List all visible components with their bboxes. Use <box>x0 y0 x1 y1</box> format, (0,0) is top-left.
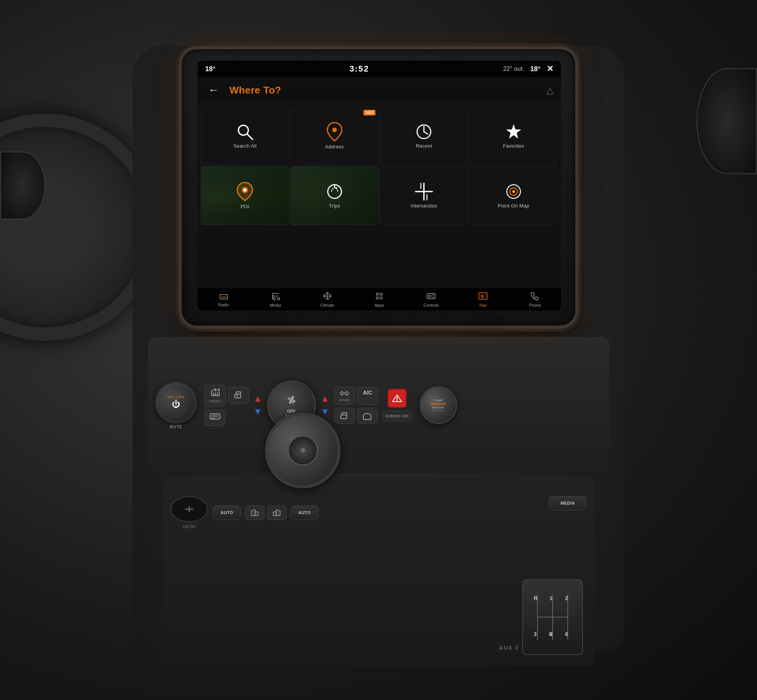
svg-rect-40 <box>210 414 220 419</box>
nav-tile-address[interactable]: 1633 Address <box>290 106 379 166</box>
app-item-controls[interactable]: Controls <box>405 291 457 309</box>
point-on-map-label: Point On Map <box>498 203 529 209</box>
media-icon <box>271 292 280 302</box>
temp-down-right-button[interactable]: ▼ <box>321 406 330 417</box>
close-button[interactable]: ✕ <box>546 64 553 74</box>
intersection-icon <box>415 183 433 201</box>
search-all-label: Search All <box>233 143 257 149</box>
lower-console: 12V DC AUTO <box>163 477 594 666</box>
auto-button-lower[interactable]: AUTO <box>213 505 241 520</box>
fan-off-label: OFF <box>287 409 296 413</box>
favorites-icon <box>504 123 523 141</box>
rear-button[interactable] <box>357 408 378 423</box>
seat-forward-button[interactable] <box>245 505 265 520</box>
nav-tile-search-all[interactable]: Search All <box>201 106 290 166</box>
app-item-radio[interactable]: sxm Radio <box>198 291 250 309</box>
svg-point-23 <box>376 293 379 295</box>
svg-text:5: 5 <box>549 631 552 637</box>
search-all-icon <box>236 123 254 141</box>
dc-port-section: 12V DC <box>170 496 208 529</box>
phone-icon <box>531 292 539 302</box>
defrost-icon <box>209 413 221 422</box>
app-item-apps[interactable]: Apps <box>353 291 405 309</box>
heat-row: FRONT <box>204 384 249 406</box>
seat-heat-button[interactable] <box>228 387 249 404</box>
ac-button[interactable]: A/C <box>357 387 378 405</box>
trips-icon <box>326 183 344 201</box>
volume-knob[interactable]: VOLUME ⏻ <box>155 381 197 423</box>
svg-point-17 <box>513 191 514 192</box>
temp-down-left-button[interactable]: ▼ <box>253 406 262 417</box>
power-icon: ⏻ <box>172 399 180 409</box>
aux-label: AUX 3 <box>499 645 518 651</box>
nav-tile-poi[interactable]: POI <box>201 166 290 225</box>
auto-lower2-label: AUTO <box>298 510 311 515</box>
infotainment-screen: 18° 3:52 22° out. 18° ✕ ← Where To? △ <box>198 61 561 311</box>
svg-text:sxm: sxm <box>221 296 226 298</box>
seat-heat-right-button[interactable] <box>334 408 355 423</box>
front-heat-button[interactable]: FRONT <box>204 384 226 406</box>
nav-tile-recent[interactable]: Recent <box>379 106 468 166</box>
tune-label: TUNE <box>433 398 443 402</box>
nav-tile-point-on-map[interactable]: Point On Map <box>469 166 558 225</box>
svg-text:3: 3 <box>534 631 537 637</box>
nav-content: ← Where To? △ Search All 1633 <box>198 77 561 311</box>
temp-left: 18° <box>205 65 215 73</box>
mode-button[interactable]: MODE <box>334 387 355 405</box>
screen-off-label: SCREEN OFF <box>385 414 409 418</box>
app-item-media[interactable]: Media <box>250 291 301 309</box>
temp-up-left-button[interactable]: ▲ <box>253 393 262 404</box>
seat-adjust-section <box>245 505 287 520</box>
media-button-lower[interactable]: MEDIA <box>549 496 587 510</box>
app-item-climate[interactable]: Climate <box>301 291 353 309</box>
temp-knob-icon: ❄ <box>300 446 306 455</box>
scroll-label: SCROLL <box>432 409 445 412</box>
svg-text:1: 1 <box>549 595 553 601</box>
enter-label: ENTER <box>432 406 444 409</box>
controls-icon <box>426 292 436 302</box>
address-label: Address <box>325 144 344 150</box>
apps-label: Apps <box>375 303 384 308</box>
seat-heat-icon <box>233 390 244 400</box>
climate-left-buttons: FRONT <box>204 384 249 426</box>
tune-knob[interactable]: TUNE BROWSE ENTER SCROLL <box>419 386 457 424</box>
ac-label: A/C <box>363 389 372 395</box>
temp-right: 18° <box>530 65 540 73</box>
status-bar: 18° 3:52 22° out. 18° ✕ <box>198 61 561 77</box>
hazard-section: SCREEN OFF <box>382 389 412 421</box>
nav-tile-trips[interactable]: Trips <box>290 166 379 225</box>
svg-point-22 <box>273 298 275 300</box>
auto-button-lower2[interactable]: AUTO <box>290 505 319 520</box>
front-heat-icon <box>210 388 221 398</box>
nav-tile-favorites[interactable]: Favorites <box>469 106 558 166</box>
seat-back-button[interactable] <box>267 505 287 520</box>
apps-icon <box>375 292 384 302</box>
trips-label: Trips <box>329 203 340 209</box>
app-item-phone[interactable]: Phone <box>509 291 561 309</box>
auto-lower-label: AUTO <box>221 510 233 515</box>
poi-icon <box>237 182 253 202</box>
svg-line-5 <box>424 132 428 134</box>
temp-up-right-button[interactable]: ▲ <box>321 393 330 404</box>
mute-label: MUTE <box>170 425 182 429</box>
defrost-rear-button[interactable] <box>204 409 226 426</box>
right-air-vent <box>696 68 757 174</box>
hazard-button[interactable] <box>387 389 406 408</box>
mode-label: MODE <box>340 398 350 402</box>
svg-text:R: R <box>534 595 537 601</box>
screen-title: Where To? <box>229 84 539 96</box>
nav-header: ← Where To? △ <box>198 77 561 103</box>
temp-knob-inner: ❄ <box>288 435 318 466</box>
temp-knob-left[interactable]: ❄ <box>265 412 341 488</box>
address-icon <box>327 122 343 142</box>
climate-control-panel: VOLUME ⏻ MUTE FRONT <box>148 337 609 473</box>
nav-tile-intersection[interactable]: Intersection <box>379 166 468 225</box>
scroll-up-icon[interactable]: △ <box>546 85 553 95</box>
app-item-nav[interactable]: E Nav <box>457 291 509 309</box>
address-badge: 1633 <box>364 110 376 116</box>
center-lower-buttons: AUTO <box>213 496 319 529</box>
screen-off-button[interactable]: SCREEN OFF <box>382 411 412 421</box>
back-button[interactable]: ← <box>205 83 222 98</box>
point-on-map-icon <box>504 183 523 201</box>
svg-point-28 <box>428 295 431 297</box>
